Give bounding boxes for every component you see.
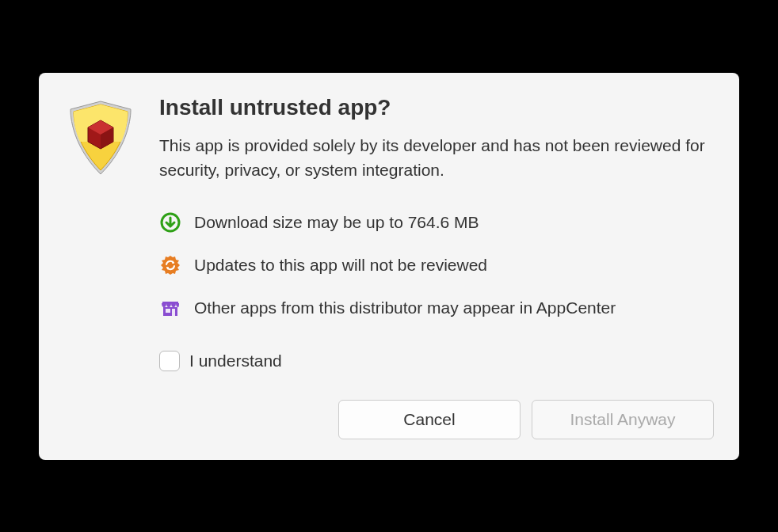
cancel-button[interactable]: Cancel — [338, 400, 521, 439]
install-anyway-button[interactable]: Install Anyway — [532, 400, 714, 439]
info-text-distributor: Other apps from this distributor may app… — [194, 298, 616, 317]
dialog-content: Install untrusted app? This app is provi… — [159, 95, 714, 439]
info-row-download: Download size may be up to 764.6 MB — [159, 211, 714, 234]
info-text-updates: Updates to this app will not be reviewed — [194, 256, 487, 275]
shield-warning-icon — [64, 166, 137, 180]
info-row-distributor: Other apps from this distributor may app… — [159, 297, 714, 319]
info-text-download: Download size may be up to 764.6 MB — [194, 213, 479, 232]
svg-rect-3 — [172, 309, 175, 316]
download-circle-icon — [159, 211, 181, 234]
dialog-button-row: Cancel Install Anyway — [159, 400, 714, 439]
info-row-updates: Updates to this app will not be reviewed — [159, 254, 714, 276]
sync-badge-icon — [159, 254, 181, 276]
understand-checkbox-label: I understand — [189, 352, 282, 370]
dialog-icon-column — [64, 95, 137, 439]
dialog-title: Install untrusted app? — [159, 95, 714, 120]
install-untrusted-dialog: Install untrusted app? This app is provi… — [39, 73, 739, 460]
understand-checkbox[interactable] — [159, 351, 180, 371]
store-icon — [159, 297, 181, 319]
svg-rect-2 — [166, 309, 170, 313]
dialog-subtitle: This app is provided solely by its devel… — [159, 133, 714, 183]
understand-checkbox-row: I understand — [159, 351, 714, 371]
